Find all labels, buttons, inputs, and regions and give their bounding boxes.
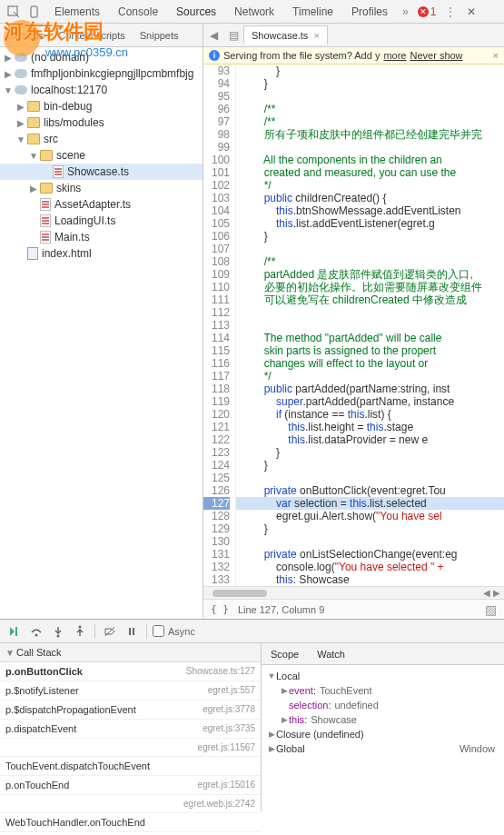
close-icon[interactable]: × xyxy=(493,50,499,61)
editor-pane: ◀ ▤ Showcase.ts × i Serving from the fil… xyxy=(203,24,504,619)
svg-rect-9 xyxy=(129,628,131,635)
async-toggle[interactable]: Async xyxy=(153,625,195,637)
file-icon xyxy=(53,165,64,178)
callstack-row[interactable]: p.$notifyListeneregret.js:557 xyxy=(0,681,261,701)
file-icon xyxy=(40,231,51,244)
cloud-icon xyxy=(15,85,27,94)
info-icon: i xyxy=(209,50,220,61)
callstack-row[interactable]: p.dispatchEventegret.js:3735 xyxy=(0,720,261,739)
scrollbar-thumb[interactable] xyxy=(212,590,267,597)
watermark-logo xyxy=(0,16,44,60)
scope-tree: ▼Local ▶event: TouchEvent selection: und… xyxy=(262,665,504,811)
folder-icon xyxy=(27,134,40,144)
scope-global[interactable]: ▶GlobalWindow xyxy=(263,741,502,756)
debugger-bar: Async xyxy=(0,620,504,643)
close-icon[interactable]: × xyxy=(313,30,319,41)
callstack-row[interactable]: TouchEvent.dispatchTouchEvent xyxy=(0,757,261,776)
info-never-link[interactable]: Never show xyxy=(410,50,462,61)
scrollbar-arrows[interactable]: ◀ ▶ xyxy=(479,588,504,598)
callstack-row[interactable]: egret.js:11567 xyxy=(0,739,261,757)
folder-icon xyxy=(27,117,40,128)
file-tab-showcase[interactable]: Showcase.ts × xyxy=(243,25,328,45)
scope-this[interactable]: ▶this: Showcase xyxy=(263,712,502,727)
sources-sidebar: Sources Content scripts Snippets ▶(no do… xyxy=(0,24,203,619)
pause-exceptions-icon[interactable] xyxy=(123,622,141,641)
tree-main[interactable]: Main.ts xyxy=(0,229,203,245)
info-more-link[interactable]: more xyxy=(383,50,406,61)
svg-point-6 xyxy=(57,634,60,637)
file-tree: ▶(no domain) ▶fmfhpljonbinkcgiepngjllpcm… xyxy=(0,47,203,263)
callstack-row[interactable]: egret.web.js:2742 xyxy=(0,795,261,813)
svg-rect-10 xyxy=(133,628,134,635)
scope-selection[interactable]: selection: undefined xyxy=(263,698,502,712)
editor-tabs: ◀ ▤ Showcase.ts × xyxy=(203,24,504,47)
callstack-pane: ▼Call Stack p.onButtonClickShowcase.ts:1… xyxy=(0,643,262,811)
svg-point-7 xyxy=(79,625,82,628)
scope-local[interactable]: ▼Local xyxy=(263,669,502,683)
tree-index[interactable]: index.html xyxy=(0,245,203,262)
tab-console[interactable]: Console xyxy=(109,1,167,23)
step-over-icon[interactable] xyxy=(27,622,45,641)
nav-back-icon[interactable]: ◀ xyxy=(203,25,223,45)
subtab-content-scripts[interactable]: Content scripts xyxy=(51,25,132,45)
folder-icon xyxy=(40,150,53,161)
deactivate-breakpoints-icon[interactable] xyxy=(101,622,119,641)
file-icon xyxy=(40,214,51,227)
tab-elements[interactable]: Elements xyxy=(45,1,109,23)
tab-timeline[interactable]: Timeline xyxy=(283,1,342,23)
main-tabs: Elements Console Sources Network Timelin… xyxy=(45,0,504,24)
tree-showcase[interactable]: Showcase.ts xyxy=(0,164,203,180)
html-icon xyxy=(27,247,38,260)
tree-bin-debug[interactable]: ▶bin-debug xyxy=(0,98,203,114)
code-editor[interactable]: 9394959697989910010110210310410510610710… xyxy=(203,65,504,586)
async-checkbox[interactable] xyxy=(153,625,164,637)
folder-icon xyxy=(40,183,53,194)
tree-skins[interactable]: ▶skins xyxy=(0,180,203,196)
tab-network[interactable]: Network xyxy=(225,1,283,23)
step-out-icon[interactable] xyxy=(71,622,89,641)
tree-asset[interactable]: AssetAdapter.ts xyxy=(0,196,203,213)
step-into-icon[interactable] xyxy=(49,622,67,641)
tree-src[interactable]: ▼src xyxy=(0,131,203,147)
tree-loading[interactable]: LoadingUI.ts xyxy=(0,213,203,229)
callstack-row[interactable]: p.onTouchEndegret.js:15016 xyxy=(0,776,261,795)
subtab-snippets[interactable]: Snippets xyxy=(133,25,186,45)
horizontal-scrollbar[interactable]: ◀ ▶ xyxy=(203,586,504,599)
close-icon[interactable]: ✕ xyxy=(461,5,481,18)
pretty-print-icon[interactable]: { } xyxy=(211,603,229,615)
svg-point-3 xyxy=(9,25,35,51)
tree-libs[interactable]: ▶libs/modules xyxy=(0,114,203,131)
svg-point-5 xyxy=(35,633,38,636)
editor-status: { } Line 127, Column 9 ▨ xyxy=(203,599,504,619)
menu-icon[interactable]: ⋮ xyxy=(440,5,461,18)
resume-icon[interactable] xyxy=(5,622,24,641)
code-body[interactable]: } } /** /** 所有子项和皮肤中的组件都已经创建完毕并完 All the… xyxy=(236,65,504,586)
scope-event[interactable]: ▶event: TouchEvent xyxy=(263,683,502,698)
tab-sources[interactable]: Sources xyxy=(167,1,225,23)
scope-closure[interactable]: ▶Closure (undefined) xyxy=(263,727,502,741)
line-gutter: 9394959697989910010110210310410510610710… xyxy=(203,65,236,586)
folder-icon xyxy=(27,101,40,112)
scope-tabs: Scope Watch xyxy=(262,643,504,665)
tab-profiles[interactable]: Profiles xyxy=(342,1,397,23)
cursor-position: Line 127, Column 9 xyxy=(238,604,324,615)
tree-scene[interactable]: ▼scene xyxy=(0,147,203,164)
cloud-icon xyxy=(15,69,27,78)
scope-pane: Scope Watch ▼Local ▶event: TouchEvent se… xyxy=(262,643,504,811)
tree-localhost[interactable]: ▼localhost:12170 xyxy=(0,82,203,98)
tab-scope[interactable]: Scope xyxy=(262,645,308,663)
tab-watch[interactable]: Watch xyxy=(308,645,354,663)
callstack-row[interactable]: WebTouchHandler.onTouchEnd xyxy=(0,813,261,832)
info-text: Serving from the file system? Add y xyxy=(223,50,380,61)
tree-extension[interactable]: ▶fmfhpljonbinkcgiepngjllpcmbmfbjg xyxy=(0,65,203,82)
status-slash: ▨ xyxy=(485,602,497,617)
nav-list-icon[interactable]: ▤ xyxy=(223,25,243,45)
file-icon xyxy=(40,198,51,211)
tabs-overflow[interactable]: » xyxy=(397,5,414,18)
svg-rect-4 xyxy=(15,627,17,636)
error-badge[interactable]: ✕1 xyxy=(414,5,440,18)
callstack-header[interactable]: ▼Call Stack xyxy=(0,643,261,662)
callstack-row[interactable]: p.$dispatchPropagationEventegret.js:3778 xyxy=(0,701,261,720)
callstack-row[interactable]: p.onButtonClickShowcase.ts:127 xyxy=(0,662,261,681)
info-bar: i Serving from the file system? Add y mo… xyxy=(203,47,504,65)
